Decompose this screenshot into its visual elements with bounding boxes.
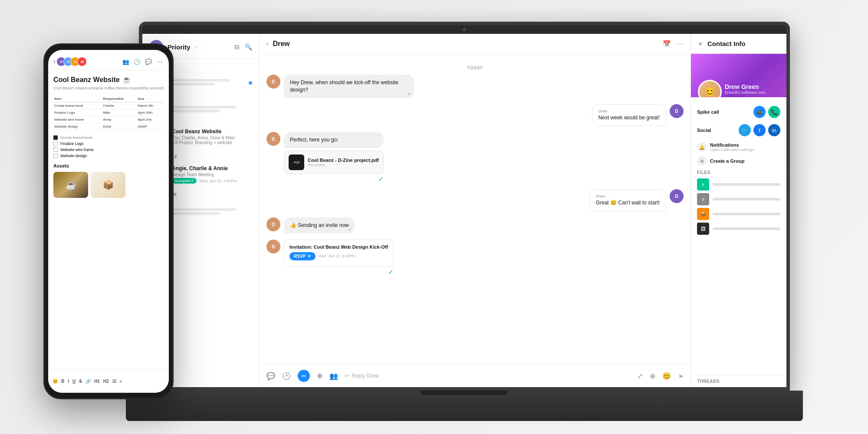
phone-device: ‹ D C A M 👥 🕐 💬 ⋯ Cool Beanz Website <box>43 43 174 399</box>
filter-icon[interactable]: ⊟ <box>234 43 240 50</box>
italic-tool[interactable]: I <box>68 379 69 384</box>
checkbox-unchecked[interactable] <box>53 154 58 158</box>
phone-title-row: Cool Beanz Website ☕ <box>53 76 164 84</box>
file-icon: ≡ <box>697 178 709 191</box>
chat-messages: TODAY D Hey Drew, when should we kick-of… <box>260 54 690 364</box>
asset-coffee-image: ☕ <box>53 172 88 198</box>
coffee-placeholder: ☕ <box>53 172 88 198</box>
checkbox-checked[interactable] <box>53 135 58 140</box>
clock-icon[interactable]: 🕐 <box>133 58 141 66</box>
twitter-icon[interactable]: 🐦 <box>739 124 751 136</box>
calendar-icon[interactable]: 📅 <box>663 40 671 48</box>
file-name-bar <box>713 183 780 186</box>
chat-icon[interactable]: 💬 <box>145 58 152 66</box>
phone-back-icon[interactable]: ‹ <box>53 58 56 66</box>
more-icon[interactable]: ⋯ <box>156 58 164 66</box>
phone-toolbar: 😊 B I U S 🔗 H1 H2 ☑ ≡ <box>48 369 169 393</box>
table-header-responsible: Responsible <box>102 95 137 102</box>
file-item[interactable]: 🖼 <box>697 223 780 235</box>
compose-button[interactable]: ✏ <box>298 370 310 382</box>
laptop-base <box>126 391 803 421</box>
product-placeholder: 📦 <box>91 172 125 198</box>
asterisk-icon[interactable]: ❋ <box>317 372 322 380</box>
clock-icon[interactable]: 🕐 <box>282 372 291 380</box>
social-row: Social 🐦 f in <box>697 124 780 136</box>
phone-avatars: D C A M <box>59 57 87 66</box>
chat-message: D 👍 Sending an invite now ✓ <box>266 217 684 233</box>
file-attachment[interactable]: PDF Cool Beanz - D-Zine project.pdf docu… <box>284 151 384 174</box>
reply-arrow: ↩ <box>345 373 349 379</box>
underline-tool[interactable]: U <box>72 379 76 384</box>
emoji-tool[interactable]: 😊 <box>53 379 58 384</box>
table-row: Website design Drew ASAP <box>53 123 164 130</box>
people-icon[interactable]: 👥 <box>329 372 338 380</box>
laptop-device: Priority › ⊟ 🔍 TODAY <box>139 22 790 421</box>
expand-icon[interactable]: ⤢ <box>637 372 643 380</box>
chat-message: D Perfect, here you go: <box>266 132 684 183</box>
message-check: ✓ <box>407 92 411 96</box>
close-icon[interactable]: ✕ <box>698 40 703 47</box>
phone-call-button[interactable]: 📞 <box>768 106 780 118</box>
check-label: Finalize Logo <box>60 141 84 146</box>
h1-tool[interactable]: H1 <box>94 379 100 384</box>
table-row: Create brand book Charlie March 5th <box>53 102 164 109</box>
contact-email: Drew@CoolBeanz.com <box>725 90 766 95</box>
spike-call-row: Spike call 📹 📞 <box>697 106 780 118</box>
chat-bubble: Drew Great 😊 Can't wait to start! <box>589 189 666 211</box>
chat-back-icon[interactable]: ‹ <box>266 40 269 47</box>
search-icon[interactable]: 🔍 <box>245 43 252 50</box>
strikethrough-tool[interactable]: S <box>79 379 82 384</box>
phone-content: Cool Beanz Website ☕ Cool Beanz creates … <box>48 70 169 363</box>
notifications-sub: Open notification settings <box>710 148 754 152</box>
chat-message: D Drew Next week would be great! <box>266 104 684 126</box>
contact-banner: 😊 Drew Green Drew@CoolBeanz.com <box>691 54 786 97</box>
message-text: Great 😊 Can't wait to start! <box>596 199 660 207</box>
files-section-title: FILES <box>697 170 780 175</box>
file-name: Cool Beanz - D-Zine project.pdf <box>308 158 379 163</box>
chat-bubble: 👍 Sending an invite now ✓ <box>284 217 355 233</box>
rsvp-button[interactable]: RSVP ▼ <box>289 252 316 260</box>
phone-table: Item Responsible Due Create brand book C… <box>53 95 164 130</box>
facebook-icon[interactable]: f <box>753 124 766 136</box>
contact-body: Spike call 📹 📞 Social 🐦 <box>691 97 786 375</box>
avatar: D <box>266 75 280 89</box>
contact-name-area: Drew Green Drew@CoolBeanz.com <box>725 83 766 95</box>
conv-item-preview: Design Team Meeting <box>172 172 252 177</box>
create-group-label: Create a Group <box>710 158 744 164</box>
more-icon[interactable]: ⋯ <box>677 40 684 48</box>
conv-item-name: Cool Beanz Website <box>172 128 252 135</box>
file-item[interactable]: ≡ <box>697 193 780 205</box>
checkbox-unchecked[interactable] <box>53 141 58 146</box>
checkbox-unchecked[interactable] <box>53 148 58 152</box>
conv-item-preview: You, Charlie, Anna, Drew & Mike <box>172 135 252 140</box>
file-item[interactable]: ≡ <box>697 178 780 191</box>
bell-icon: 🔔 <box>697 142 707 152</box>
chat-header-icons: 📅 ⋯ <box>663 40 684 48</box>
emoji-icon[interactable]: 😊 <box>662 372 671 380</box>
list-tool[interactable]: ≡ <box>120 379 122 384</box>
linkedin-icon[interactable]: in <box>768 124 780 136</box>
conv-header-title: Priority <box>168 43 191 51</box>
link-tool[interactable]: 🔗 <box>85 379 91 384</box>
conv-header-chevron: › <box>195 44 197 49</box>
reply-input[interactable]: ↩ Reply Drew <box>345 373 630 379</box>
file-icon: 🖼 <box>697 223 709 235</box>
checkbox-tool[interactable]: ☑ <box>112 379 116 384</box>
invite-time: Wed, Jan 22, 4:00PM <box>318 254 355 258</box>
file-item[interactable]: 📦 <box>697 208 780 220</box>
avatar: M <box>77 57 87 66</box>
message-text: Perfect, here you go: <box>290 136 378 144</box>
people-icon[interactable]: 👥 <box>122 58 130 66</box>
invite-title: Invitation: Cool Beanz Web Design Kick-O… <box>289 244 388 250</box>
create-group-item[interactable]: ⚙ Create a Group <box>697 156 780 166</box>
bold-tool[interactable]: B <box>61 379 64 384</box>
video-call-button[interactable]: 📹 <box>753 106 766 118</box>
h2-tool[interactable]: H2 <box>103 379 109 384</box>
notifications-item[interactable]: 🔔 Notifications Open notification settin… <box>697 142 780 152</box>
plus-icon[interactable]: ⊕ <box>650 372 655 380</box>
conv-item-name-placeholder <box>172 208 236 211</box>
bubble-icon[interactable]: 💬 <box>266 372 275 380</box>
send-icon[interactable]: ➤ <box>678 372 684 380</box>
sender-name: Drew <box>598 109 660 113</box>
file-name-bar <box>713 198 780 201</box>
